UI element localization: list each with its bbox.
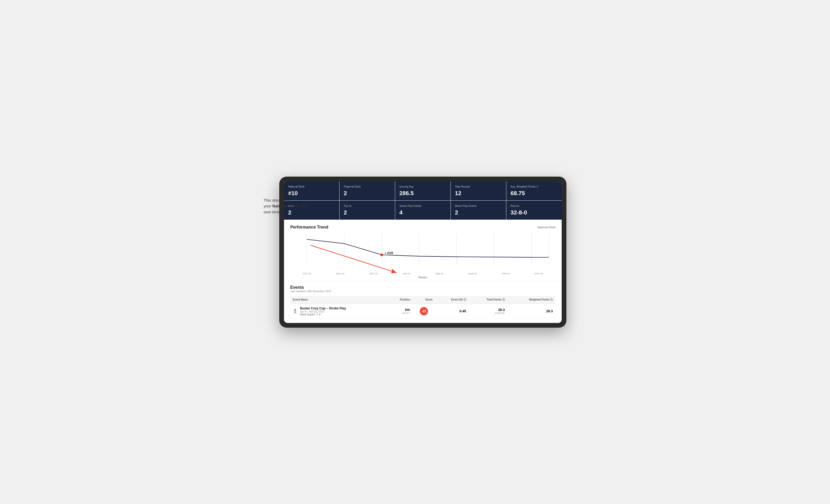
rank-impact: Rank Impact: 3 ▼ — [300, 313, 346, 316]
chart-month-jan24: JAN 24 — [403, 272, 410, 275]
chart-svg: • #10 — [290, 234, 555, 270]
col-event-name: Event Name — [290, 296, 387, 304]
tablet-frame: National Rank #10 Regional Rank 2 Scorin… — [279, 177, 566, 328]
annotation-bold: National Rank — [272, 204, 298, 208]
perf-header: Performance Trend National Rank — [290, 225, 555, 230]
event-sg-cell: 0.45 — [435, 304, 469, 318]
annotation-line1: This shows you — [264, 198, 290, 202]
events-title: Events — [290, 285, 555, 290]
stat-top3s: Top 3s 2 — [340, 201, 395, 220]
table-header-row: Event Name Position Score Event SG ⓘ Tot… — [290, 296, 555, 304]
event-name-cell: 🏌️ Buster Cozy Cup – Stroke Play Oct 9 –… — [290, 304, 387, 318]
perf-subtitle: National Rank — [537, 226, 555, 229]
weighted-points-value: 28.3 — [510, 309, 553, 313]
events-section: Events Last updated: 24th November 2023 … — [284, 281, 562, 323]
col-score: Score — [413, 296, 435, 304]
stat-total-rounds: Total Rounds 12 — [451, 181, 506, 200]
stat-regional-rank: Regional Rank 2 — [340, 181, 395, 200]
chart-months: OCT 23 NOV 23 DEC 23 JAN 24 FEB 24 MAR 2… — [290, 272, 555, 275]
stats-grid: National Rank #10 Regional Rank 2 Scorin… — [284, 181, 562, 220]
col-total-points: Total Points ⓘ — [469, 296, 507, 304]
total-rounds-value: 3 Rounds — [471, 312, 505, 314]
total-points-value: 28.3 — [471, 308, 505, 312]
rank-impact-value: 3 ▼ — [316, 313, 321, 316]
weighted-points-cell: 28.3 — [507, 304, 555, 318]
position-sub: out of 7 — [390, 312, 410, 314]
chart-month-oct23: OCT 23 — [303, 272, 311, 275]
chart-month-nov23: NOV 23 — [336, 272, 344, 275]
chart-month-dec23: DEC 23 — [369, 272, 378, 275]
event-name: Buster Cozy Cup – Stroke Play — [300, 306, 346, 310]
event-sg-value: 0.45 — [438, 309, 466, 313]
stat-stroke-play-events: Stroke Play Events 4 — [395, 201, 450, 220]
score-cell: -22 — [413, 304, 435, 318]
position-cell: 6th out of 7 — [387, 304, 413, 318]
chart-month-apr24: APR 24 — [502, 272, 510, 275]
scene: This shows you your National Rank trend … — [258, 166, 572, 338]
chart-container: • #10 OCT 23 NOV 23 DEC 23 JAN 24 FEB 24… — [290, 234, 555, 275]
events-updated: Last updated: 24th November 2023 — [290, 290, 555, 293]
stat-match-play-events: Match Play Events 2 — [451, 201, 506, 220]
total-points-cell: 28.3 3 Rounds — [469, 304, 507, 318]
chart-month-may24: MAY 24 — [535, 272, 543, 275]
score-badge: -22 — [420, 307, 428, 315]
stat-record: Record 32-8-0 — [506, 201, 562, 220]
chart-month-feb24: FEB 24 — [435, 272, 443, 275]
col-weighted-points: Weighted Points ⓘ — [507, 296, 555, 304]
svg-text:• #10: • #10 — [385, 251, 393, 255]
col-position: Position — [387, 296, 413, 304]
events-table: Event Name Position Score Event SG ⓘ Tot… — [290, 296, 555, 319]
tablet-screen: National Rank #10 Regional Rank 2 Scorin… — [284, 181, 562, 323]
stat-scoring-avg: Scoring Avg. 286.5 — [395, 181, 450, 200]
table-row[interactable]: 🏌️ Buster Cozy Cup – Stroke Play Oct 9 –… — [290, 304, 555, 318]
event-date: Oct 9 – Oct 10, 2023 — [300, 310, 346, 313]
event-icon: 🏌️ — [293, 309, 298, 313]
annotation-tooltip: This shows you your National Rank trend … — [264, 198, 311, 215]
performance-section: Performance Trend National Rank — [284, 220, 562, 281]
chart-month-mar24: MAR 24 — [468, 272, 477, 275]
annotation-line2: your — [264, 204, 272, 208]
stat-avg-weighted-points: Avg. Weighted Points ⓘ 68.75 — [506, 181, 562, 200]
col-event-sg: Event SG ⓘ — [435, 296, 469, 304]
perf-title: Performance Trend — [290, 225, 328, 230]
chart-x-label: Months — [290, 276, 555, 279]
svg-point-10 — [380, 253, 383, 256]
position-value: 6th — [390, 308, 410, 312]
